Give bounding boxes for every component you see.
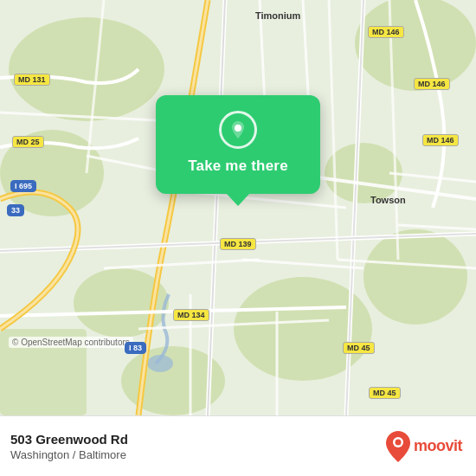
road-badge-md146c: MD 146	[422, 134, 459, 146]
road-badge-md25: MD 25	[12, 136, 44, 148]
svg-point-36	[235, 125, 241, 130]
svg-point-10	[147, 355, 173, 372]
take-me-there-popup[interactable]: Take me there	[156, 95, 320, 194]
footer-bar: 503 Greenwood Rd Washington / Baltimore …	[0, 415, 476, 476]
pin-svg	[228, 119, 248, 140]
popup-take-me-there-label: Take me there	[188, 158, 288, 175]
svg-point-6	[363, 229, 467, 325]
road-badge-md45a: MD 45	[343, 342, 375, 354]
moovit-pin-icon	[386, 431, 410, 462]
svg-point-38	[395, 439, 401, 445]
osm-credit: © OpenStreetMap contributors	[9, 337, 133, 348]
road-badge-md139: MD 139	[220, 238, 256, 250]
road-badge-md134: MD 134	[173, 309, 209, 321]
footer-city: Washington / Baltimore	[10, 448, 128, 461]
map-svg	[0, 0, 476, 415]
svg-point-1	[9, 17, 164, 121]
road-badge-i83: I 83	[125, 342, 146, 354]
road-badge-md146b: MD 146	[414, 78, 450, 90]
footer-address-block: 503 Greenwood Rd Washington / Baltimore	[10, 432, 128, 461]
location-pin-icon	[219, 111, 257, 149]
road-badge-md146a: MD 146	[368, 26, 404, 38]
moovit-logo: moovit	[386, 431, 462, 462]
road-badge-i33: 33	[7, 204, 24, 216]
map-container: MD 146 MD 146 MD 146 MD 131 MD 25 I 695 …	[0, 0, 476, 415]
moovit-text-label: moovit	[414, 437, 462, 455]
road-badge-md131: MD 131	[14, 74, 50, 86]
footer-address: 503 Greenwood Rd	[10, 432, 128, 447]
road-badge-md45b: MD 45	[369, 387, 401, 399]
road-badge-i695: I 695	[10, 180, 36, 192]
